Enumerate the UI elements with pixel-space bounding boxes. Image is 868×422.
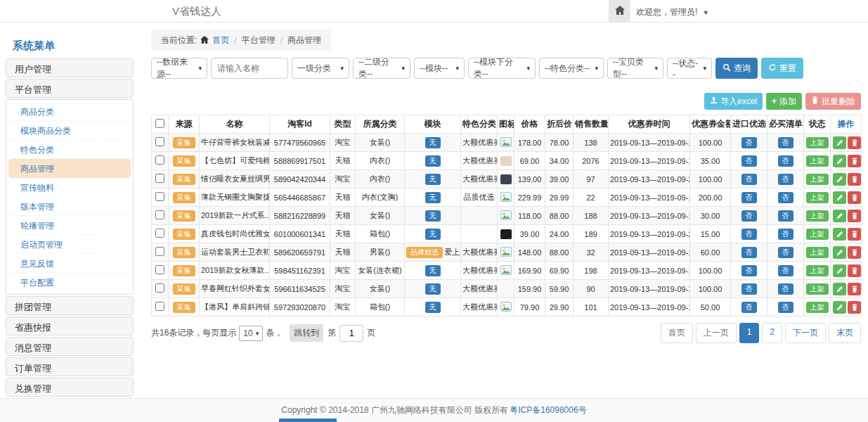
import-select-toggle[interactable]: 否	[741, 265, 757, 276]
status-badge[interactable]: 上架	[806, 174, 829, 185]
row-checkbox[interactable]	[155, 283, 164, 293]
sidebar-item-module-goods-category[interactable]: 模块商品分类	[6, 121, 133, 140]
sidebar-section-order[interactable]: 订单管理	[6, 357, 134, 376]
sidebar-item-version-manage[interactable]: 版本管理	[6, 197, 133, 216]
per-page-select[interactable]: 10 ▾	[239, 326, 263, 341]
filter-select-module-subcategory[interactable]: --模块下分类--▾	[468, 58, 536, 79]
page-button-2[interactable]: 2	[762, 323, 782, 343]
must-buy-toggle[interactable]: 否	[778, 302, 793, 313]
delete-button[interactable]	[848, 301, 861, 314]
import-select-toggle[interactable]: 否	[741, 302, 757, 313]
module-none-badge[interactable]: 无	[425, 302, 441, 313]
import-select-toggle[interactable]: 否	[741, 229, 757, 240]
must-buy-toggle[interactable]: 否	[778, 155, 793, 167]
row-checkbox[interactable]	[155, 302, 164, 311]
sidebar-section-message[interactable]: 消息管理	[6, 337, 134, 356]
filter-select-module[interactable]: --模块--▾	[414, 58, 465, 79]
status-badge[interactable]: 上架	[806, 265, 829, 276]
edit-button[interactable]	[833, 246, 846, 259]
module-none-badge[interactable]: 无	[425, 210, 441, 222]
page-button-1[interactable]: 1	[739, 323, 760, 343]
sidebar-section-group-buy[interactable]: 拼团管理	[6, 296, 134, 315]
delete-button[interactable]	[848, 191, 861, 204]
edit-button[interactable]	[833, 264, 846, 277]
edit-button[interactable]	[833, 283, 846, 295]
module-none-badge[interactable]: 无	[425, 192, 441, 203]
must-buy-toggle[interactable]: 否	[778, 229, 793, 240]
reset-button[interactable]: 重置	[761, 58, 803, 79]
icp-link[interactable]: 粤ICP备16098006号	[510, 404, 586, 416]
delete-button[interactable]	[848, 246, 861, 259]
filter-select-level1-category[interactable]: 一级分类▾	[292, 58, 349, 79]
edit-button[interactable]	[833, 136, 846, 149]
module-none-badge[interactable]: 无	[425, 265, 441, 276]
status-badge[interactable]: 上架	[806, 247, 829, 258]
sidebar-section-exchange[interactable]: 兑换管理	[6, 378, 134, 397]
sidebar-item-feedback[interactable]: 意见反馈	[6, 254, 133, 273]
page-button-末页[interactable]: 末页	[829, 323, 861, 343]
import-select-toggle[interactable]: 否	[741, 137, 757, 148]
sidebar-item-platform-config[interactable]: 平台配置	[6, 273, 133, 292]
filter-select-level2-category[interactable]: --二级分类--▾	[353, 58, 410, 79]
sidebar-item-goods-category[interactable]: 商品分类	[6, 102, 133, 121]
sidebar-item-splash-manage[interactable]: 启动页管理	[6, 235, 133, 254]
must-buy-toggle[interactable]: 否	[778, 265, 793, 276]
sidebar-item-goods-manage[interactable]: 商品管理	[8, 159, 131, 178]
page-button-下一页[interactable]: 下一页	[785, 323, 826, 343]
status-badge[interactable]: 上架	[806, 155, 829, 167]
breadcrumb-home-link[interactable]: 首页	[212, 34, 229, 46]
delete-button[interactable]	[848, 155, 861, 167]
row-checkbox[interactable]	[155, 174, 164, 183]
module-none-badge[interactable]: 无	[425, 283, 441, 295]
row-checkbox[interactable]	[155, 192, 164, 201]
status-badge[interactable]: 上架	[806, 137, 829, 148]
must-buy-toggle[interactable]: 否	[778, 137, 793, 148]
sidebar-item-promo-material[interactable]: 宣传物料	[6, 178, 133, 197]
row-checkbox[interactable]	[155, 210, 164, 219]
module-none-badge[interactable]: 无	[425, 137, 441, 148]
filter-select-special-category[interactable]: --特色分类--▾	[539, 58, 604, 79]
home-button[interactable]	[609, 0, 630, 22]
must-buy-toggle[interactable]: 否	[778, 174, 793, 185]
delete-button[interactable]	[848, 228, 861, 241]
module-none-badge[interactable]: 无	[425, 229, 441, 240]
must-buy-toggle[interactable]: 否	[778, 283, 793, 295]
edit-button[interactable]	[833, 191, 846, 204]
filter-select-status[interactable]: --状态--▾	[667, 58, 712, 79]
delete-button[interactable]	[848, 283, 861, 295]
status-badge[interactable]: 上架	[806, 283, 829, 295]
select-all-checkbox[interactable]	[155, 119, 164, 128]
status-badge[interactable]: 上架	[806, 210, 829, 222]
sidebar-section-user[interactable]: 用户管理	[6, 58, 134, 77]
edit-button[interactable]	[833, 301, 846, 314]
edit-button[interactable]	[833, 155, 846, 167]
filter-select-data-source[interactable]: --数据来源--▾	[151, 58, 207, 79]
import-select-toggle[interactable]: 否	[741, 174, 757, 185]
import-select-toggle[interactable]: 否	[741, 155, 757, 167]
row-checkbox[interactable]	[155, 137, 164, 146]
edit-button[interactable]	[833, 210, 846, 222]
query-button[interactable]: 查询	[715, 58, 758, 79]
row-checkbox[interactable]	[155, 155, 164, 165]
status-badge[interactable]: 上架	[806, 302, 829, 313]
filter-select-item-type[interactable]: --宝贝类型--▾	[607, 58, 663, 79]
delete-button[interactable]	[848, 173, 861, 186]
import-select-toggle[interactable]: 否	[741, 283, 757, 295]
page-button-上一页[interactable]: 上一页	[696, 323, 737, 343]
delete-button[interactable]	[848, 210, 861, 222]
sidebar-section-express-news[interactable]: 省惠快报	[6, 316, 134, 335]
edit-button[interactable]	[833, 173, 846, 186]
delete-button[interactable]	[848, 136, 861, 149]
must-buy-toggle[interactable]: 否	[778, 210, 793, 222]
sidebar-item-carousel-manage[interactable]: 轮播管理	[6, 216, 133, 235]
import-select-toggle[interactable]: 否	[741, 210, 757, 222]
must-buy-toggle[interactable]: 否	[778, 192, 793, 203]
module-none-badge[interactable]: 无	[425, 155, 441, 167]
edit-button[interactable]	[833, 228, 846, 241]
module-none-badge[interactable]: 无	[425, 174, 441, 185]
jump-button[interactable]: 跳转到	[290, 324, 323, 342]
import-select-toggle[interactable]: 否	[741, 247, 757, 258]
row-checkbox[interactable]	[155, 247, 164, 256]
add-button[interactable]: + 添加	[766, 93, 802, 110]
row-checkbox[interactable]	[155, 229, 164, 238]
